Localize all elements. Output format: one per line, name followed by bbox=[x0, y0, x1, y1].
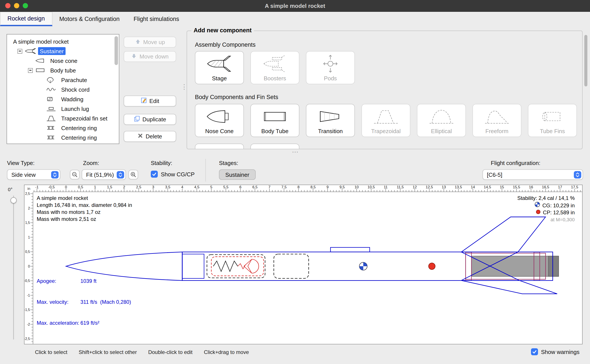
rotation-slider[interactable] bbox=[13, 195, 14, 339]
svg-text:-1,5: -1,5 bbox=[25, 308, 30, 312]
nosecone-icon bbox=[206, 107, 233, 126]
select-chevrons-icon bbox=[51, 171, 59, 178]
tree-scrollbar[interactable] bbox=[114, 36, 118, 65]
svg-text:13: 13 bbox=[442, 185, 446, 189]
add-component-sections: Assembly ComponentsStageBoostersPodsBody… bbox=[187, 31, 582, 149]
tab-rocket-design[interactable]: Rocket design bbox=[0, 12, 52, 26]
tree-item-centering-ring[interactable]: Centering ring bbox=[7, 133, 119, 142]
svg-text:3,5: 3,5 bbox=[165, 185, 170, 189]
tree-item-a-simple-model-rocket[interactable]: A simple model rocket bbox=[7, 37, 119, 46]
delete-button[interactable]: Delete bbox=[124, 131, 176, 142]
tree-item-sustainer[interactable]: Sustainer bbox=[7, 46, 119, 56]
stage-toggle-sustainer[interactable]: Sustainer bbox=[219, 169, 256, 180]
select-chevrons-icon bbox=[117, 171, 124, 178]
tree-item-inner-tube[interactable]: Inner Tube bbox=[7, 142, 119, 144]
tree-expander-icon[interactable] bbox=[28, 68, 33, 73]
show-cgcp-control: Show CG/CP bbox=[151, 171, 195, 178]
innertube-icon bbox=[46, 143, 57, 144]
close-button[interactable] bbox=[5, 3, 11, 8]
arrow-down-icon bbox=[131, 53, 137, 60]
parachute[interactable] bbox=[207, 255, 265, 278]
svg-text:15: 15 bbox=[500, 185, 504, 189]
svg-text:16,5: 16,5 bbox=[542, 185, 549, 189]
freeform-icon bbox=[483, 107, 510, 126]
svg-text:8: 8 bbox=[297, 185, 299, 189]
svg-text:-0,5: -0,5 bbox=[48, 185, 55, 189]
card-row: Nose ConeBody TubeTransitionTrapezoidalE… bbox=[195, 104, 577, 137]
fin-set[interactable] bbox=[461, 217, 557, 294]
viewbar-divider bbox=[205, 159, 206, 182]
minimize-button[interactable] bbox=[14, 3, 19, 8]
section-label-body-components-and-fin-sets: Body Components and Fin Sets bbox=[195, 94, 278, 100]
panel-scrollbar[interactable] bbox=[584, 35, 587, 86]
stability-label: Stability: bbox=[151, 160, 172, 166]
shock-cord[interactable] bbox=[213, 261, 238, 272]
wadding[interactable] bbox=[274, 254, 309, 279]
zoom-label: Zoom: bbox=[83, 160, 99, 166]
titlebar: A simple model rocket bbox=[0, 0, 590, 12]
tree-item-body-tube[interactable]: Body tube bbox=[7, 65, 119, 75]
show-warnings-checkbox[interactable] bbox=[531, 348, 538, 355]
tree-item-trapezoidal-fin-set[interactable]: Trapezoidal fin set bbox=[7, 113, 119, 123]
add-component-panel: Add new component Assembly ComponentsSta… bbox=[187, 31, 583, 149]
view-type-select[interactable]: Side view bbox=[7, 169, 60, 180]
svg-text:9,5: 9,5 bbox=[340, 185, 345, 189]
tree-item-parachute[interactable]: Parachute bbox=[7, 75, 119, 85]
svg-text:14: 14 bbox=[471, 185, 475, 189]
svg-text:11: 11 bbox=[384, 185, 388, 189]
flight-config-select[interactable]: [C6-5] bbox=[483, 169, 583, 180]
move-down-button[interactable]: Move down bbox=[124, 51, 176, 62]
tree-item-shock-cord[interactable]: Shock cord bbox=[7, 85, 119, 94]
svg-text:9: 9 bbox=[327, 185, 329, 189]
tree-item-wadding[interactable]: Wadding bbox=[7, 94, 119, 104]
section-label-assembly-components: Assembly Components bbox=[195, 41, 256, 48]
main-tabbar: Rocket design Motors & Configuration Fli… bbox=[0, 12, 590, 26]
svg-text:2: 2 bbox=[123, 185, 125, 189]
tab-flight-simulations[interactable]: Flight simulations bbox=[127, 12, 186, 26]
partial-card[interactable] bbox=[250, 143, 299, 149]
stability-text: Stability: 2,4 cal / 14,1 % bbox=[517, 195, 575, 202]
launch-lug[interactable] bbox=[330, 247, 369, 252]
rocket-info-text: A simple model rocket Length 16,748 in, … bbox=[37, 195, 132, 223]
tree-expander-icon[interactable] bbox=[18, 49, 22, 53]
svg-text:6: 6 bbox=[239, 185, 241, 189]
show-warnings-control: Show warnings bbox=[531, 348, 579, 355]
svg-text:17,5: 17,5 bbox=[571, 185, 578, 189]
transition-icon bbox=[317, 107, 344, 126]
svg-text:6,5: 6,5 bbox=[252, 185, 258, 189]
svg-text:5: 5 bbox=[210, 185, 212, 189]
zoom-out-button[interactable] bbox=[70, 170, 80, 179]
svg-text:12,5: 12,5 bbox=[426, 185, 433, 189]
horizontal-ruler: -1-0,500,511,522,533,544,555,566,577,588… bbox=[33, 185, 582, 192]
add-trapezoidal-card: Trapezoidal bbox=[362, 104, 410, 137]
svg-text:16: 16 bbox=[529, 185, 533, 189]
show-cgcp-label: Show CG/CP bbox=[161, 171, 195, 177]
svg-text:3: 3 bbox=[152, 185, 154, 189]
add-body-tube-card[interactable]: Body Tube bbox=[250, 104, 299, 137]
x-icon bbox=[138, 133, 143, 140]
tree-item-centering-ring[interactable]: Centering ring bbox=[7, 123, 119, 133]
fullscreen-button[interactable] bbox=[23, 3, 28, 8]
tree-item-nose-cone[interactable]: Nose cone bbox=[7, 56, 119, 65]
rotation-slider-thumb[interactable] bbox=[11, 197, 17, 203]
app-window: A simple model rocket Rocket design Moto… bbox=[0, 0, 590, 364]
tab-motors-configuration[interactable]: Motors & Configuration bbox=[52, 12, 127, 26]
add-stage-card[interactable]: Stage bbox=[195, 51, 244, 84]
edit-button[interactable]: Edit bbox=[124, 96, 176, 106]
rotation-angle-indicator: 0° bbox=[8, 187, 13, 192]
nose-cone-shoulder[interactable] bbox=[182, 254, 204, 279]
duplicate-button[interactable]: Duplicate bbox=[124, 114, 176, 125]
add-transition-card[interactable]: Transition bbox=[306, 104, 355, 137]
shockcord-icon bbox=[46, 86, 57, 93]
tree-item-launch-lug[interactable]: Launch lug bbox=[7, 104, 119, 113]
zoom-select[interactable]: Fit (51,9%) bbox=[82, 169, 126, 180]
partial-card[interactable] bbox=[195, 143, 244, 149]
copy-icon bbox=[134, 116, 140, 123]
zoom-in-button[interactable] bbox=[128, 170, 138, 179]
add-nose-cone-card[interactable]: Nose Cone bbox=[195, 104, 244, 137]
show-cgcp-checkbox[interactable] bbox=[151, 171, 158, 178]
finset-icon bbox=[46, 115, 57, 122]
svg-text:-0,5: -0,5 bbox=[25, 279, 30, 283]
design-canvas[interactable]: in -1-0,500,511,522,533,544,555,566,577,… bbox=[24, 185, 583, 344]
move-up-button[interactable]: Move up bbox=[124, 37, 176, 48]
